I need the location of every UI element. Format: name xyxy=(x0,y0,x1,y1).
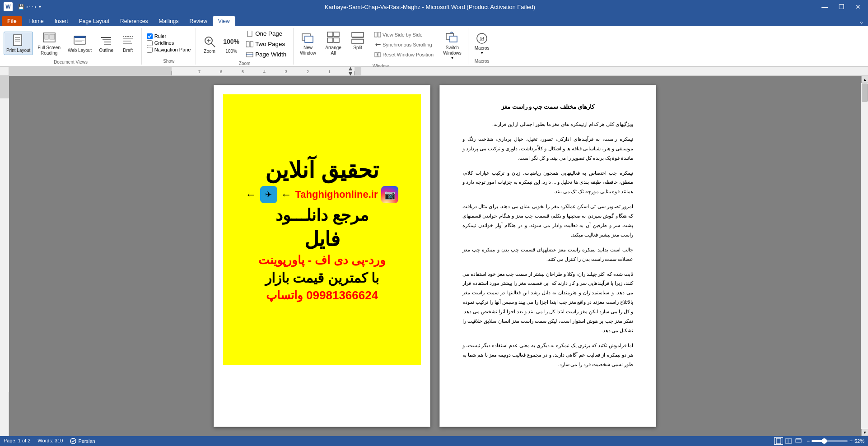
close-button[interactable]: ✕ xyxy=(852,2,864,11)
zoom-100-label: 100% xyxy=(225,49,237,54)
maximize-button[interactable]: ❐ xyxy=(835,2,848,11)
zoom-out-button[interactable]: − xyxy=(807,438,810,444)
ad-title: تحقیق آنلاین xyxy=(265,157,379,183)
scrollbar-track xyxy=(861,102,868,429)
ad-container: تحقیق آنلاین 📷 Tahghighonline.ir ← ✈ ← م… xyxy=(223,94,421,365)
split-icon xyxy=(350,31,365,45)
window-checkboxes: View Side by Side Synchronous Scrolling … xyxy=(371,29,437,59)
svg-rect-65 xyxy=(785,439,792,443)
tab-references[interactable]: References xyxy=(115,16,153,26)
tab-review[interactable]: Review xyxy=(184,16,212,26)
scroll-up-button[interactable]: ▲ xyxy=(861,76,868,83)
zoom-slider-thumb[interactable] xyxy=(821,438,827,444)
quick-access-redo[interactable]: ↪ xyxy=(32,4,36,10)
show-checkboxes: Ruler Gridlines Navigation Pane xyxy=(147,33,191,53)
scrollbar-thumb[interactable] xyxy=(862,84,868,102)
zoom-button[interactable]: Zoom xyxy=(200,33,219,56)
zoom-100-button[interactable]: 100% 100% xyxy=(221,33,241,56)
web-layout-status-btn[interactable] xyxy=(794,437,803,445)
quick-access-save[interactable]: 💾 xyxy=(18,4,24,10)
print-layout-label: Print Layout xyxy=(6,48,30,53)
zoom-label: Zoom xyxy=(204,49,215,54)
ruler-label: Ruler xyxy=(154,33,166,39)
tab-insert[interactable]: Insert xyxy=(49,16,74,26)
two-pages-button[interactable]: Two Pages xyxy=(243,39,289,49)
switch-windows-button[interactable]: SwitchWindows ▼ xyxy=(440,29,464,62)
group-macros: M Macros ▼ Macros xyxy=(468,28,496,65)
page-1: تحقیق آنلاین 📷 Tahghighonline.ir ← ✈ ← م… xyxy=(214,85,430,427)
group-show-label: Show xyxy=(163,57,174,64)
ruler-svg: // will add via js -7 -6 -5 -4 -3 -2 -1 … xyxy=(9,67,867,76)
svg-text:-2: -2 xyxy=(305,70,309,74)
macros-label: Macros xyxy=(475,46,490,51)
svg-rect-36 xyxy=(352,39,364,43)
svg-line-20 xyxy=(211,43,215,47)
navpane-checkbox[interactable] xyxy=(147,47,153,53)
gridlines-checkbox[interactable] xyxy=(147,40,153,46)
fullscreen-icon xyxy=(42,31,56,45)
svg-rect-68 xyxy=(796,438,801,440)
svg-rect-24 xyxy=(246,42,249,47)
tab-file[interactable]: File xyxy=(2,16,22,26)
scrollbar-vertical[interactable]: ▲ ▼ xyxy=(861,76,868,436)
group-show: Ruler Gridlines Navigation Pane Show xyxy=(142,28,196,65)
page-2: کارهای مختلف سمت چپ و راست مغز ویژگیهای … xyxy=(439,85,656,427)
ruler-checkbox[interactable] xyxy=(147,33,153,39)
navpane-checkbox-item[interactable]: Navigation Pane xyxy=(147,47,191,53)
group-macros-label: Macros xyxy=(475,57,490,64)
svg-rect-25 xyxy=(250,42,253,47)
fullscreen-reading-button[interactable]: Full ScreenReading xyxy=(35,29,63,58)
document-area[interactable]: تحقیق آنلاین 📷 Tahghighonline.ir ← ✈ ← م… xyxy=(9,76,861,436)
reset-window-button[interactable]: Reset Window Position xyxy=(371,51,437,59)
group-window: NewWindow ArrangeAll Split xyxy=(294,28,468,65)
ruler-checkbox-item[interactable]: Ruler xyxy=(147,33,191,39)
tab-pagelayout[interactable]: Page Layout xyxy=(74,16,115,26)
web-layout-button[interactable]: Web Layout xyxy=(65,32,94,55)
scroll-down-button[interactable]: ▼ xyxy=(861,429,868,436)
arrange-all-button[interactable]: ArrangeAll xyxy=(322,29,344,58)
one-page-button[interactable]: One Page xyxy=(243,29,289,38)
switch-windows-label: SwitchWindows xyxy=(443,45,462,56)
svg-rect-43 xyxy=(450,36,457,42)
tab-mailings[interactable]: Mailings xyxy=(153,16,184,26)
svg-text:-1: -1 xyxy=(327,70,331,74)
print-layout-status-btn[interactable] xyxy=(774,437,783,445)
macros-button[interactable]: M Macros ▼ xyxy=(472,29,492,57)
svg-rect-30 xyxy=(327,32,333,37)
svg-rect-34 xyxy=(352,33,364,37)
outline-button[interactable]: Outline xyxy=(96,32,116,55)
sync-scrolling-button[interactable]: Synchronous Scrolling xyxy=(371,41,437,49)
gridlines-checkbox-item[interactable]: Gridlines xyxy=(147,40,191,46)
zoom-slider[interactable] xyxy=(812,440,848,442)
page2-para4: امروز تصاویر سی تی اسکن عملکرد مغز را بخ… xyxy=(462,202,633,240)
zoom-in-button[interactable]: + xyxy=(849,438,853,444)
title-bar: W 💾 ↩ ↪ ▼ Karhaye-Samt-Chap-Va-Rast-Magh… xyxy=(0,0,868,14)
draft-button[interactable]: Draft xyxy=(118,32,138,55)
group-document-views: Print Layout Full ScreenReading Web Layo… xyxy=(0,28,142,65)
view-buttons xyxy=(774,437,803,445)
split-button[interactable]: Split xyxy=(348,29,368,52)
help-icon[interactable]: ? xyxy=(860,21,866,26)
page-count: Page: 1 of 2 xyxy=(4,438,30,444)
page2-para7: اما فراموش نکنید که برتری یک نیمکره به د… xyxy=(462,341,633,369)
tab-home[interactable]: Home xyxy=(24,16,49,26)
print-layout-button[interactable]: Print Layout xyxy=(4,32,33,55)
quick-access-undo[interactable]: ↩ xyxy=(26,4,30,10)
view-side-by-side-button[interactable]: View Side by Side xyxy=(371,31,437,39)
window-top-row: NewWindow ArrangeAll Split xyxy=(297,29,464,62)
print-layout-icon xyxy=(11,33,26,48)
tab-view[interactable]: View xyxy=(213,16,235,26)
one-page-label: One Page xyxy=(255,30,282,37)
status-bar: Page: 1 of 2 Words: 310 Persian − + xyxy=(0,436,868,446)
new-window-button[interactable]: NewWindow xyxy=(297,29,319,58)
main-working-area: تحقیق آنلاین 📷 Tahghighonline.ir ← ✈ ← م… xyxy=(0,76,868,436)
minimize-button[interactable]: — xyxy=(818,2,831,11)
quick-access-dropdown[interactable]: ▼ xyxy=(38,5,42,9)
ad-formats: ورد-پی دی اف - پاورپوینت xyxy=(258,253,385,267)
fullscreen-status-btn[interactable] xyxy=(784,437,793,445)
page-width-button[interactable]: Page Width xyxy=(243,50,289,59)
arrange-all-icon xyxy=(326,31,341,45)
ad-url-row: 📷 Tahghighonline.ir ← ✈ ← xyxy=(246,186,399,203)
sync-scrolling-label: Synchronous Scrolling xyxy=(383,42,432,47)
svg-text:-4: -4 xyxy=(262,70,266,74)
